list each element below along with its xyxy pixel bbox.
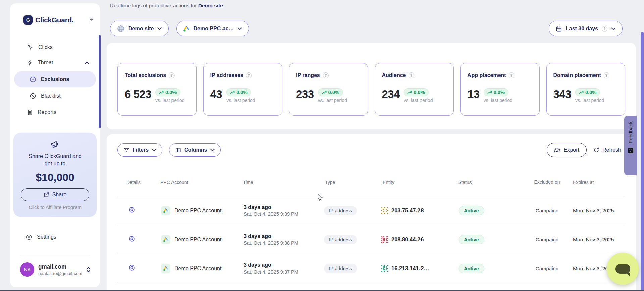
google-ads-icon [161,235,170,244]
trend-delta: 0.0% [236,90,247,95]
context-selectors: Demo site Demo PPC ac… [110,21,249,36]
sidebar-item-reports[interactable]: Reports [10,105,100,120]
date-range-selector[interactable]: Last 30 days ? [549,21,623,36]
gear-icon [26,234,32,240]
account-switcher[interactable]: NA gmail.com naatali.ro@gmail.com [20,262,91,277]
filters-button[interactable]: Filters [117,143,162,157]
trend-badge: 0.0% [226,88,251,96]
sidebar-item-settings[interactable]: Settings [26,230,56,244]
stat-label: Total exclusions [125,72,166,78]
trending-up-icon [487,91,492,94]
time-cell: 3 days ago Sat, Oct 4, 2025 9:38 PM [240,233,322,246]
sidebar-collapse-icon[interactable] [87,16,94,23]
promo-amount: $10,000 [13,171,97,184]
col-header-expires-at: Expires at [571,180,624,185]
stat-card: App placement ? 13 0.0% vs. last period [460,63,540,116]
entity-identicon [381,236,388,243]
entity-value: 16.213.141.2… [391,265,429,272]
affiliate-promo-card: Share ClickGuard and get up to $10,000 S… [13,133,97,217]
time-cell: 3 days ago Sat, Oct 4, 2025 9:39 PM [240,204,322,217]
page-scrollbar[interactable] [641,32,644,291]
trend-caption: vs. last period [226,98,255,103]
stat-value: 234 [382,88,400,100]
stat-label: Domain placement [553,72,601,78]
entity-value: 208.80.44.26 [391,236,424,243]
entity-identicon [381,207,388,214]
share-button[interactable]: Share [21,188,89,201]
refresh-button[interactable]: Refresh [589,143,625,157]
chevron-down-icon [152,149,156,151]
trend-delta: 0.0% [585,90,596,95]
ppc-account-name: Demo PPC Account [174,208,221,214]
share-label: Share [52,192,67,198]
help-icon[interactable]: ? [604,72,609,78]
trend-caption: vs. last period [318,98,347,103]
export-button[interactable]: Export [547,143,587,157]
sidebar-item-blacklist[interactable]: Blacklist [14,88,96,104]
ppc-account-name: Demo PPC Account [174,237,221,243]
stat-label: App placement [467,72,506,78]
help-icon[interactable]: ? [409,72,414,78]
sidebar-scrollbar[interactable] [99,35,101,128]
help-icon[interactable]: ? [509,72,514,78]
page-subtitle: Realtime logs of protective actions for … [110,3,223,9]
sidebar-item-threat[interactable]: Threat [10,55,100,70]
view-details-eye-icon[interactable] [128,206,135,213]
trend-caption: vs. last period [484,98,512,103]
help-icon[interactable]: ? [169,72,175,78]
ppc-account-selector[interactable]: Demo PPC ac… [176,21,249,36]
user-name: gmail.com [38,263,82,270]
export-label: Export [564,147,579,153]
trend-badge: 0.0% [318,88,343,96]
sidebar-item-clicks[interactable]: Clicks [10,40,100,55]
help-icon[interactable]: ? [246,72,252,78]
time-relative: 3 days ago [244,204,322,210]
table-toolbar: Filters Columns Export [117,143,625,157]
stat-value: 43 [210,88,222,100]
chat-widget-button[interactable] [607,253,639,285]
time-absolute: Sat, Oct 4, 2025 9:38 PM [244,240,322,246]
trend-delta: 0.0% [494,90,505,95]
mouse-cursor [317,193,324,201]
trending-up-icon [407,91,412,94]
filters-label: Filters [133,147,149,153]
document-icon [27,109,33,116]
trend-badge: 0.0% [155,88,180,96]
badge-check-icon [30,76,36,83]
chevron-down-icon [210,149,215,151]
view-details-eye-icon[interactable] [128,264,135,271]
trend-delta: 0.0% [165,90,177,95]
time-absolute: Sat, Oct 4, 2025 9:39 PM [244,211,322,217]
brand-name: ClickGuard. [35,16,74,24]
stat-card: Total exclusions ? 6 523 0.0% vs. last p… [117,63,197,116]
time-relative: 3 days ago [244,233,322,239]
trending-up-icon [579,91,584,94]
trending-up-icon [159,91,164,94]
col-header-excluded-on: Excluded on [524,179,571,185]
calendar-icon [556,26,562,32]
promo-line2: get up to [13,160,97,167]
stat-card: IP ranges ? 233 0.0% vs. last period [289,63,368,116]
excluded-on-value: Campaign [524,208,571,213]
sidebar-item-exclusions[interactable]: Exclusions [14,71,96,87]
affiliate-link[interactable]: Click to Affiliate Program [13,205,97,210]
col-header-ppc-account: PPC Account [154,180,240,185]
col-header-details: Details [117,180,154,185]
help-icon[interactable]: ? [323,72,329,78]
clickguard-app: G ClickGuard. Clicks Threat [0,0,644,291]
sidebar-divider [20,256,90,256]
subtitle-site-name: Demo site [198,3,223,8]
feedback-label: Feedback [628,121,633,143]
trend-caption: vs. last period [404,98,433,103]
columns-button[interactable]: Columns [169,143,221,157]
promo-line1: Share ClickGuard and [13,153,97,160]
type-badge: IP address [324,264,357,273]
col-header-entity: Entity [379,180,456,185]
view-details-eye-icon[interactable] [128,235,135,242]
settings-label: Settings [37,234,56,240]
site-selector[interactable]: Demo site [110,21,169,36]
exclusions-table-panel: Filters Columns Export [107,134,636,291]
stat-label: IP ranges [296,72,320,78]
table-row: Demo PPC Account 3 days ago Sat, Oct 4, … [117,196,625,225]
feedback-tab[interactable]: Feedback [624,116,637,175]
